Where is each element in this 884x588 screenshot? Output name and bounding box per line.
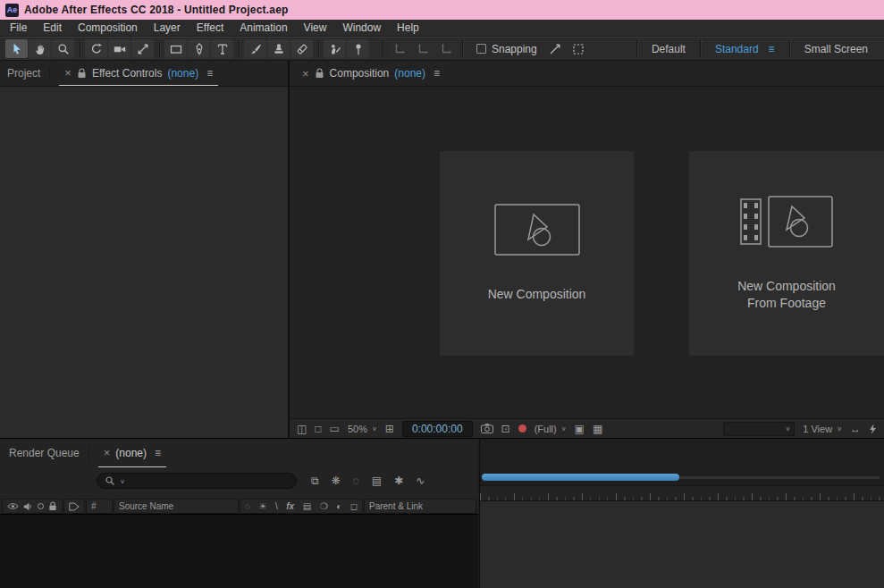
- screen-icon[interactable]: □: [315, 424, 321, 434]
- graph-editor-icon[interactable]: ∿: [416, 475, 425, 487]
- panel-menu-icon[interactable]: ≡: [206, 67, 213, 80]
- adjustment-layer-icon[interactable]: ◐: [336, 501, 341, 511]
- new-composition-from-footage-button[interactable]: New Composition From Footage: [689, 151, 884, 356]
- snap-edges-button[interactable]: [544, 39, 567, 58]
- pen-tool-button[interactable]: [188, 39, 210, 58]
- lock-icon[interactable]: [315, 68, 324, 79]
- magnification-dropdown[interactable]: 50%∨: [348, 424, 377, 434]
- show-snapshot-icon[interactable]: ⊡: [501, 424, 510, 434]
- collapse-transformations-icon[interactable]: ☀: [258, 501, 266, 511]
- workspace-menu-icon[interactable]: ≡: [769, 43, 775, 55]
- new-composition-button[interactable]: New Composition: [440, 151, 634, 356]
- snap-features-button[interactable]: [568, 39, 590, 58]
- tab-composition-target: (none): [394, 67, 425, 80]
- tab-render-queue[interactable]: Render Queue: [9, 447, 80, 459]
- time-navigator-bar[interactable]: [482, 474, 679, 481]
- axis-local-button[interactable]: [388, 39, 410, 58]
- eraser-tool-button[interactable]: [290, 39, 313, 58]
- menu-effect[interactable]: Effect: [189, 20, 232, 37]
- threed-layer-icon[interactable]: ◻: [350, 501, 358, 511]
- tab-timeline-none[interactable]: × (none) ≡: [98, 439, 166, 467]
- tab-effect-controls-label[interactable]: Effect Controls: [92, 67, 162, 80]
- type-tool-button[interactable]: [211, 39, 233, 58]
- motion-blur-toggle-icon[interactable]: ❋: [332, 475, 341, 487]
- zoom-tool-button[interactable]: [52, 39, 74, 58]
- region-of-interest-icon[interactable]: ▣: [575, 424, 585, 434]
- transparency-grid-icon[interactable]: ▦: [593, 424, 602, 434]
- roto-brush-tool-button[interactable]: [324, 39, 346, 58]
- snapshot-icon[interactable]: [481, 424, 493, 433]
- unified-camera-tool-button[interactable]: [108, 39, 130, 58]
- puppet-pin-tool-button[interactable]: [347, 39, 369, 58]
- project-panel-content[interactable]: [0, 86, 288, 438]
- menu-view[interactable]: View: [296, 20, 335, 37]
- workspace-standard[interactable]: Standard: [715, 43, 759, 55]
- brush-tool-button[interactable]: [244, 39, 266, 58]
- pixel-aspect-icon[interactable]: ↔: [850, 424, 861, 434]
- effects-fx-icon[interactable]: fx: [286, 501, 294, 511]
- tab-timeline-target[interactable]: (none): [115, 447, 147, 459]
- clone-stamp-tool-button[interactable]: [267, 39, 290, 58]
- resolution-dropdown[interactable]: (Full)∨: [535, 424, 567, 434]
- fast-previews-icon[interactable]: [869, 424, 877, 434]
- track-area[interactable]: [480, 501, 884, 588]
- tab-project[interactable]: Project: [7, 67, 40, 80]
- frame-blend-icon[interactable]: ▤: [303, 501, 311, 511]
- solo-icon[interactable]: [38, 503, 44, 509]
- lock-icon[interactable]: [77, 68, 87, 79]
- layer-list-area[interactable]: [0, 514, 478, 588]
- hand-tool-button[interactable]: [29, 39, 51, 58]
- menu-help[interactable]: Help: [389, 20, 427, 37]
- shy-icon[interactable]: ◌: [245, 501, 250, 511]
- rotation-tool-button[interactable]: [85, 39, 107, 58]
- audio-speaker-icon[interactable]: [23, 502, 32, 511]
- draft-3d-toggle-icon[interactable]: ✱: [394, 475, 403, 487]
- menu-file[interactable]: File: [2, 20, 35, 37]
- menu-composition[interactable]: Composition: [70, 20, 146, 37]
- search-input[interactable]: [130, 475, 289, 486]
- lock-icon[interactable]: [48, 501, 57, 511]
- tab-composition-label[interactable]: Composition: [330, 67, 390, 80]
- label-column[interactable]: [63, 499, 85, 514]
- axis-world-button[interactable]: [411, 39, 434, 58]
- menu-edit[interactable]: Edit: [35, 20, 70, 37]
- rectangle-tool-button[interactable]: [164, 39, 187, 58]
- monitor-icon[interactable]: ◫: [297, 424, 307, 434]
- pan-behind-tool-button[interactable]: [131, 39, 154, 58]
- selection-tool-button[interactable]: [5, 39, 28, 58]
- menu-layer[interactable]: Layer: [146, 20, 189, 37]
- workspace-small-screen[interactable]: Small Screen: [804, 43, 868, 55]
- quality-icon[interactable]: \: [275, 501, 278, 511]
- chevron-down-icon: ∨: [372, 425, 377, 433]
- snapping-control[interactable]: Snapping: [476, 43, 537, 55]
- display-icon[interactable]: ▭: [330, 424, 340, 434]
- tab-effect-controls[interactable]: × Effect Controls (none) ≡: [59, 61, 218, 86]
- show-channel-icon[interactable]: [518, 424, 526, 433]
- current-time-display[interactable]: 0:00:00:00: [402, 421, 473, 437]
- motion-blur-icon[interactable]: ❍: [320, 501, 328, 511]
- composition-mini-flowchart-icon[interactable]: ⧉: [311, 475, 319, 487]
- close-tab-icon[interactable]: ×: [64, 67, 72, 79]
- number-column[interactable]: #: [86, 499, 113, 514]
- composition-panel-tabs: × Composition (none) ≡: [290, 61, 884, 86]
- snapping-checkbox[interactable]: [476, 44, 486, 54]
- close-tab-icon[interactable]: ×: [104, 447, 111, 458]
- workspace-default[interactable]: Default: [652, 43, 686, 55]
- shy-toggle-icon[interactable]: ◌: [353, 475, 359, 487]
- time-ruler[interactable]: [480, 485, 884, 501]
- panel-menu-icon[interactable]: ≡: [155, 447, 161, 459]
- grid-options-icon[interactable]: ⊞: [385, 424, 394, 434]
- source-name-column[interactable]: Source Name: [114, 499, 239, 514]
- panel-menu-icon[interactable]: ≡: [434, 67, 440, 80]
- video-eye-icon[interactable]: [7, 502, 19, 510]
- timeline-search-box[interactable]: ∨: [97, 473, 297, 489]
- axis-view-button[interactable]: [434, 39, 457, 58]
- camera-view-dropdown[interactable]: ∨: [723, 422, 795, 436]
- frame-blending-toggle-icon[interactable]: ▤: [372, 475, 382, 487]
- menu-animation[interactable]: Animation: [232, 20, 295, 37]
- menu-window[interactable]: Window: [334, 20, 389, 37]
- close-tab-icon[interactable]: ×: [302, 68, 309, 80]
- parent-link-column[interactable]: Parent & Link: [364, 499, 476, 514]
- view-layout-dropdown[interactable]: 1 View∨: [803, 424, 842, 434]
- tab-composition[interactable]: × Composition (none) ≡: [297, 61, 445, 86]
